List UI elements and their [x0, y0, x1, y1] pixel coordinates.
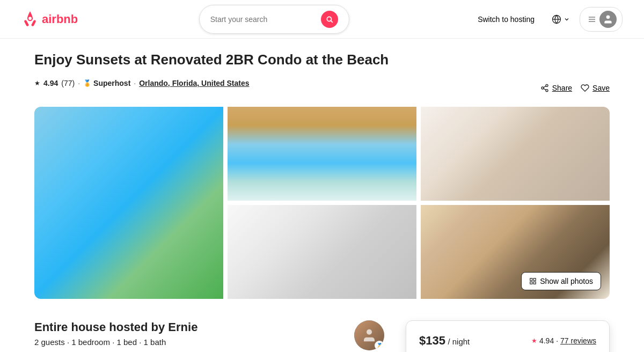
- svg-point-8: [546, 84, 548, 86]
- superhost-badge: 🏅 Superhost: [83, 79, 130, 87]
- show-all-photos-button[interactable]: Show all photos: [521, 272, 601, 290]
- host-details: 2 guests · 1 bedroom · 1 bed · 1 bath: [34, 338, 197, 347]
- airbnb-logo-icon: [21, 11, 39, 28]
- location-link[interactable]: Orlando, Florida, United States: [139, 79, 249, 87]
- globe-icon: [552, 14, 561, 24]
- photo-3[interactable]: [421, 107, 610, 201]
- navbar: airbnb Start your search Switch to hosti…: [0, 0, 644, 39]
- svg-line-1: [331, 20, 332, 22]
- superhost-icon: 🏅: [83, 79, 91, 87]
- host-info: Entire house hosted by Ernie 2 guests · …: [34, 320, 197, 352]
- svg-rect-14: [533, 278, 536, 281]
- host-avatar[interactable]: 🏅: [354, 320, 384, 350]
- host-user-icon: [361, 327, 377, 343]
- photo-grid-container: Show all photos: [34, 107, 610, 299]
- share-icon: [540, 84, 549, 92]
- photo-4[interactable]: [228, 205, 416, 299]
- photo-2[interactable]: [228, 107, 416, 201]
- chevron-down-icon: [564, 16, 570, 23]
- heart-icon: [581, 84, 589, 92]
- avatar: [599, 11, 617, 28]
- svg-rect-15: [530, 282, 532, 284]
- svg-point-10: [546, 90, 548, 92]
- nav-right: Switch to hosting: [470, 7, 623, 32]
- hamburger-icon: [588, 15, 596, 24]
- rating-value: 4.94: [43, 79, 58, 87]
- svg-rect-16: [533, 282, 536, 284]
- search-icon: [326, 16, 333, 23]
- price-night: / night: [448, 337, 470, 346]
- language-button[interactable]: [546, 10, 575, 28]
- svg-line-12: [543, 86, 546, 87]
- photo-5[interactable]: Show all photos: [421, 205, 610, 299]
- user-menu-button[interactable]: [580, 7, 623, 32]
- star-icon: ★: [34, 79, 40, 87]
- svg-rect-13: [530, 278, 532, 281]
- card-rating: ★ 4.94 · 77 reviews: [531, 336, 596, 345]
- logo[interactable]: airbnb: [21, 11, 78, 28]
- dot-separator: ·: [78, 79, 80, 87]
- photo-grid: Show all photos: [34, 107, 610, 299]
- dot-separator-2: ·: [134, 79, 136, 87]
- listing-title: Enjoy Sunsets at Renovated 2BR Condo at …: [34, 52, 389, 68]
- superhost-dot: 🏅: [375, 341, 384, 350]
- card-review-count[interactable]: 77 reviews: [560, 336, 596, 345]
- user-icon: [603, 14, 613, 25]
- review-count: (77): [61, 79, 75, 87]
- card-star-icon: ★: [531, 337, 537, 344]
- listing-actions: Share Save: [540, 84, 610, 92]
- listing-meta: ★ 4.94 (77) · 🏅 Superhost · Orlando, Flo…: [34, 79, 250, 87]
- search-bar[interactable]: Start your search: [199, 5, 349, 34]
- search-placeholder-text: Start your search: [210, 15, 268, 24]
- main-photo[interactable]: [34, 107, 223, 299]
- booking-card: $135 / night ★ 4.94 · 77 reviews CHECK-I…: [406, 320, 610, 352]
- search-button[interactable]: [321, 11, 338, 28]
- host-title: Entire house hosted by Ernie: [34, 320, 197, 334]
- save-button[interactable]: Save: [581, 84, 610, 92]
- logo-text: airbnb: [42, 12, 78, 26]
- svg-point-9: [541, 87, 544, 89]
- main-content: Enjoy Sunsets at Renovated 2BR Condo at …: [21, 39, 623, 352]
- host-section: Entire house hosted by Ernie 2 guests · …: [34, 320, 384, 352]
- listing-bottom: Entire house hosted by Ernie 2 guests · …: [34, 320, 610, 352]
- svg-point-17: [367, 329, 372, 335]
- price-row: $135 / night ★ 4.94 · 77 reviews: [419, 334, 596, 348]
- share-button[interactable]: Share: [540, 84, 572, 92]
- svg-point-0: [327, 17, 331, 21]
- svg-line-11: [543, 89, 546, 90]
- grid-icon: [529, 277, 537, 285]
- host-row: Entire house hosted by Ernie 2 guests · …: [34, 320, 384, 352]
- price-display: $135 / night: [419, 334, 470, 348]
- svg-point-7: [606, 15, 610, 19]
- superhost-medal-icon: 🏅: [376, 343, 383, 349]
- switch-to-hosting-button[interactable]: Switch to hosting: [470, 10, 542, 29]
- price-amount: $135: [419, 334, 445, 347]
